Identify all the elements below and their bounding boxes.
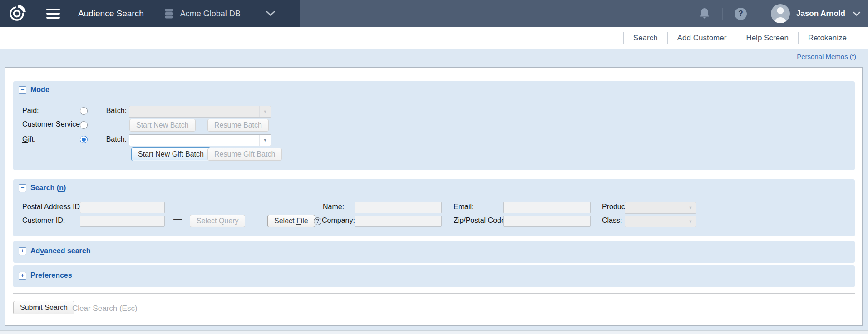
gift-radio[interactable]: [80, 136, 88, 143]
product-dropdown-value: [625, 202, 685, 213]
select-query-button: Select Query: [190, 215, 245, 227]
customer-id-input[interactable]: [80, 216, 165, 227]
actions-divider: [13, 293, 855, 294]
dropdown-arrow-icon: ▼: [685, 216, 696, 227]
personal-memos-link[interactable]: Personal Memos (f): [797, 53, 856, 60]
chevron-down-icon: [266, 11, 275, 16]
class-dropdown: ▼: [625, 216, 696, 227]
mode-section-header[interactable]: − Mode: [19, 86, 49, 94]
mode-section: − Mode Paid: Customer Service: Gift: Bat…: [13, 81, 855, 170]
email-label: Email:: [454, 203, 473, 211]
select-file-button[interactable]: Select File: [267, 215, 315, 227]
database-selector[interactable]: Acme Global DB: [164, 8, 275, 19]
zip-postal-code-input[interactable]: [503, 216, 591, 227]
action-links-bar: Search Add Customer Help Screen Retokeni…: [0, 27, 868, 49]
gift-batch-dropdown-value: [129, 135, 259, 146]
clear-search-text: Clear Search (Esc): [72, 304, 138, 313]
postal-address-id-input[interactable]: [80, 202, 165, 213]
expand-toggle-icon[interactable]: +: [19, 272, 26, 280]
chevron-down-icon[interactable]: [853, 11, 861, 16]
toolbar-link-retokenize[interactable]: Retokenize: [799, 34, 856, 43]
postal-address-id-label: Postal Address ID:: [22, 203, 82, 211]
notifications-bell-icon[interactable]: [699, 7, 710, 20]
app-header: Audience Search Acme Global DB ? Jason A…: [0, 0, 868, 27]
customer-id-label: Customer ID:: [22, 216, 65, 225]
preferences-header[interactable]: + Preferences: [19, 271, 72, 280]
mode-section-title: Mode: [30, 86, 49, 94]
company-label: Company:: [322, 216, 355, 225]
company-help-icon: ?: [314, 217, 321, 225]
page-footer-bar: [0, 330, 868, 334]
header-left-group: Audience Search Acme Global DB: [0, 0, 300, 27]
start-new-gift-batch-button[interactable]: Start New Gift Batch: [131, 147, 211, 161]
name-label: Name:: [323, 203, 344, 211]
paid-batch-dropdown: ▼: [129, 106, 271, 118]
toolbar-link-help-screen[interactable]: Help Screen: [736, 34, 798, 43]
collapse-toggle-icon[interactable]: −: [19, 184, 26, 192]
dropdown-arrow-icon: ▼: [259, 106, 271, 117]
header-divider: [759, 8, 759, 20]
collapse-toggle-icon[interactable]: −: [19, 86, 26, 94]
help-icon[interactable]: ?: [735, 8, 747, 20]
database-icon: [164, 8, 173, 19]
gift-label: Gift:: [22, 135, 35, 143]
start-new-batch-button: Start New Batch: [129, 119, 196, 132]
company-input[interactable]: [355, 216, 442, 227]
user-avatar[interactable]: [771, 4, 790, 23]
search-section-header[interactable]: − Search (n): [19, 184, 66, 192]
dropdown-arrow-icon: ▼: [259, 135, 271, 146]
page-title: Audience Search: [78, 9, 144, 19]
toolbar-link-add-customer[interactable]: Add Customer: [668, 34, 736, 43]
advanced-search-header[interactable]: + Advanced search: [19, 247, 91, 255]
paid-batch-dropdown-value: [129, 106, 259, 117]
menu-hamburger-icon[interactable]: [46, 9, 60, 19]
paid-batch-label: Batch:: [97, 107, 127, 115]
search-form-panel: − Mode Paid: Customer Service: Gift: Bat…: [5, 67, 863, 326]
name-input[interactable]: [355, 202, 442, 213]
preferences-section: + Preferences: [13, 265, 855, 287]
expand-toggle-icon[interactable]: +: [19, 247, 26, 255]
header-divider: [154, 7, 154, 20]
gift-batch-dropdown[interactable]: ▼: [129, 134, 271, 146]
advanced-search-title: Advanced search: [30, 247, 91, 255]
header-right-group: ? Jason Arnold: [699, 0, 868, 27]
database-name: Acme Global DB: [180, 9, 241, 19]
zip-postal-code-label: Zip/Postal Code:: [454, 216, 507, 225]
resume-batch-button: Resume Batch: [207, 119, 269, 132]
header-divider: [722, 8, 723, 20]
preferences-title: Preferences: [30, 271, 72, 280]
paid-radio[interactable]: [80, 107, 88, 115]
product-dropdown: ▼: [625, 202, 696, 214]
gift-batch-label: Batch:: [97, 135, 127, 143]
email-input[interactable]: [503, 202, 591, 213]
submit-search-button[interactable]: Submit Search: [13, 301, 74, 314]
user-name[interactable]: Jason Arnold: [796, 9, 845, 18]
class-label: Class:: [602, 216, 622, 225]
app-logo-icon: [7, 4, 26, 23]
class-dropdown-value: [625, 216, 685, 227]
search-section: − Search (n) Postal Address ID: Name: Em…: [13, 179, 855, 236]
customer-service-radio[interactable]: [80, 121, 88, 129]
search-section-title: Search (n): [30, 184, 66, 192]
advanced-search-section: + Advanced search: [13, 241, 855, 263]
customer-service-label: Customer Service:: [22, 120, 82, 128]
range-dash: —: [173, 214, 182, 224]
toolbar-link-search[interactable]: Search: [624, 34, 667, 43]
dropdown-arrow-icon: ▼: [685, 202, 696, 213]
paid-label: Paid:: [22, 107, 39, 115]
resume-gift-batch-button: Resume Gift Batch: [207, 148, 282, 161]
